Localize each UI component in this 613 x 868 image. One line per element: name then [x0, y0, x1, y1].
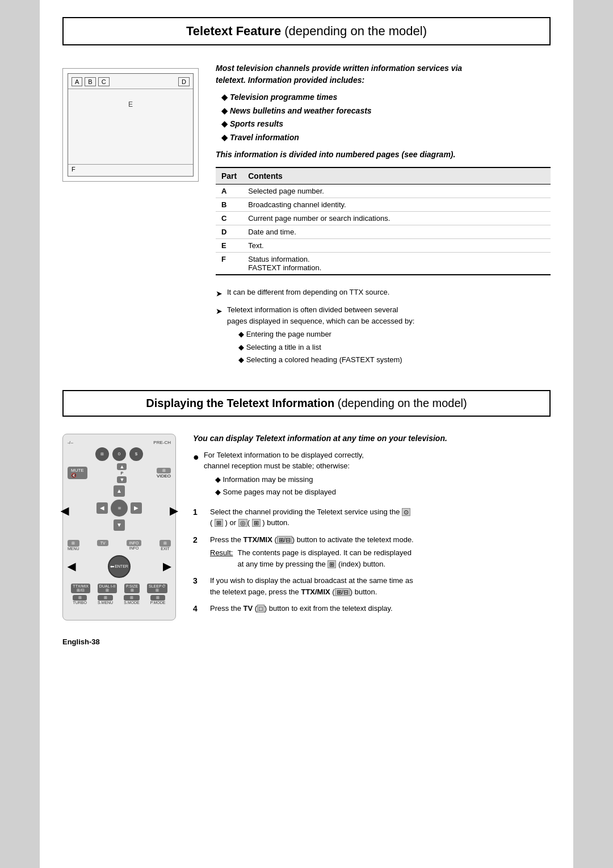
table-cell-content-d: Date and time. — [242, 225, 551, 239]
step2-icon: ⊞/⊟ — [277, 536, 292, 544]
step1-icon4: ⊞ — [252, 519, 261, 527]
note-text-2-container: Teletext information is often divided be… — [227, 304, 414, 367]
table-cell-content-a: Selected page number. — [242, 184, 551, 198]
remote-pv-row: MUTE🔇 ▲ P ▼ ⊞ VIDEO — [68, 463, 171, 483]
remote-dpad-up[interactable]: ▲ — [114, 485, 125, 497]
section1-notes: ➤ It can be different from depending on … — [216, 287, 551, 367]
remote-smenu-btn[interactable]: ⊞ — [98, 595, 113, 601]
remote-ttx-btn[interactable]: TTX/MIX⊞/⊟ — [71, 584, 90, 593]
table-cell-part-f: F — [216, 253, 242, 275]
step-num-3: 3 — [193, 575, 202, 597]
remote-btn-icon1[interactable]: ⊞ — [95, 447, 109, 461]
remote-enter-row: ◀ ⬅ENTER ▶ — [68, 553, 171, 580]
tv-label-f: F — [72, 166, 75, 173]
section2-title-rest: (depending on the model) — [334, 397, 467, 409]
step-num-2: 2 — [193, 534, 202, 570]
remote-video-label: ⊞ VIDEO — [157, 468, 171, 479]
remote-p-text: P — [117, 471, 127, 475]
remote-tv-btn[interactable]: TV — [97, 540, 108, 546]
table-cell-part-e: E — [216, 239, 242, 253]
step-3: 3 If you wish to display the actual broa… — [193, 575, 551, 597]
remote-bottom-row: TTX/MIX⊞/⊟ DUAL I-II⊞ P.SIZE⊞ SLEEP⏱⊞ — [68, 584, 171, 593]
section1-header: Teletext Feature (depending on the model… — [62, 17, 551, 45]
sub-bullets-list: Entering the page number Selecting a tit… — [227, 329, 414, 366]
step1-icon: ⊙ — [402, 508, 410, 516]
table-cell-content-e: Text. — [242, 239, 551, 253]
table-cell-part-d: D — [216, 225, 242, 239]
remote-btn-0[interactable]: 0 — [112, 447, 126, 461]
remote-smenu-label: ⊞ S.MENU — [98, 595, 113, 605]
remote-dual-btn[interactable]: DUAL I-II⊞ — [98, 584, 117, 593]
step3-ttx-label: TTX/MIX — [301, 588, 330, 596]
remote-turbo-label: ⊞ TURBO — [73, 595, 87, 605]
step1-icon3: ◎ — [238, 519, 247, 527]
tv-label-d: D — [178, 77, 190, 86]
step-content-4: Press the TV (□) button to exit from the… — [210, 603, 551, 615]
step2-index-icon: ⊞ — [328, 560, 336, 568]
tv-screen: A B C D E F — [68, 73, 194, 177]
remote-info-label: INFO INFO — [127, 540, 142, 551]
table-row: C Current page number or search indicati… — [216, 212, 551, 225]
remote-exit-label: ⊞ EXIT — [159, 540, 171, 551]
step-2: 2 Press the TTX/MIX (⊞/⊟) button to acti… — [193, 534, 551, 570]
remote-p-up[interactable]: ▲ — [117, 463, 127, 470]
result-text: The contents page is displayed. It can b… — [237, 547, 411, 569]
step1-icon2: ⊞ — [215, 519, 223, 527]
table-row: A Selected page number. — [216, 184, 551, 198]
result-line: Result: The contents page is displayed. … — [210, 547, 551, 569]
remote-footer: ⊞ TURBO ⊞ S.MENU ⊞ S.MODE ⊞ P.MODE — [68, 595, 171, 605]
remote-arrow-right: ▶ — [170, 505, 178, 517]
tv-label-b: B — [85, 77, 95, 86]
table-cell-content-c: Current page number or search indication… — [242, 212, 551, 225]
table-row: F Status information.FASTEXT information… — [216, 253, 551, 275]
note-box-content: For Teletext information to be displayed… — [204, 450, 551, 500]
step-num-1: 1 — [193, 506, 202, 529]
display-intro-text: You can display Teletext information at … — [193, 434, 551, 443]
note-item-1: ➤ It can be different from depending on … — [216, 287, 551, 300]
table-row: B Broadcasting channel identity. — [216, 198, 551, 212]
info-divided-text: This information is divided into numbere… — [216, 150, 551, 159]
remote-menu-btn[interactable]: ⊞ — [68, 540, 79, 547]
remote-turbo-btn[interactable]: ⊞ — [73, 595, 87, 601]
remote-diagram: -/-- PRE-CH ⊞ 0 $ MUTE🔇 ▲ P ▼ ⊞ VIDEO — [62, 434, 176, 621]
remote-psize-btn[interactable]: P.SIZE⊞ — [124, 584, 140, 593]
table-cell-part-b: B — [216, 198, 242, 212]
section2-title: Displaying the Teletext Information (dep… — [75, 397, 538, 410]
remote-enter-btn[interactable]: ⬅ENTER — [108, 555, 131, 578]
remote-dpad-center[interactable]: ⊞ — [111, 500, 128, 517]
arrow-icon: ➤ — [216, 288, 222, 300]
step2-ttx-label: TTX/MIX — [243, 535, 272, 544]
note-text-2: Teletext information is often divided be… — [227, 305, 414, 325]
section1-body: A B C D E F Most television channels pro… — [62, 62, 551, 373]
remote-dpad-left[interactable]: ◀ — [96, 502, 108, 514]
remote-smode-btn[interactable]: ⊞ — [124, 595, 140, 601]
remote-nav-left-arrow: ◀ — [68, 560, 75, 573]
remote-info-btn[interactable]: INFO — [127, 540, 142, 546]
step-content-1: Select the channel providing the Teletex… — [210, 506, 551, 529]
remote-dpad-right[interactable]: ▶ — [131, 502, 142, 514]
table-col2-header: Contents — [242, 167, 551, 184]
intro-line1: Most television channels provide written… — [216, 64, 462, 73]
remote-p-down[interactable]: ▼ — [117, 476, 127, 483]
remote-sleep-btn[interactable]: SLEEP⏱⊞ — [147, 584, 167, 593]
step-num-4: 4 — [193, 603, 202, 615]
remote-exit-btn[interactable]: ⊞ — [159, 540, 171, 547]
remote-dpad-down[interactable]: ▼ — [114, 519, 125, 531]
note-sub-bullets: Information may be missing Some pages ma… — [204, 474, 551, 498]
steps-list: 1 Select the channel providing the Telet… — [193, 506, 551, 615]
step-content-3: If you wish to display the actual broadc… — [210, 575, 551, 597]
note-text-line2: channel reception must be stable; otherw… — [204, 462, 350, 470]
remote-btn-s[interactable]: $ — [129, 447, 143, 461]
remote-pmode-btn[interactable]: ⊞ — [150, 595, 166, 601]
tv-screen-top: A B C D — [68, 74, 193, 89]
parts-table: Part Contents A Selected page number. B … — [216, 167, 551, 275]
table-cell-part-a: A — [216, 184, 242, 198]
section1-title-rest: (depending on the model) — [281, 24, 427, 38]
note-bullet-1: Information may be missing — [215, 474, 551, 485]
section1-intro: Most television channels provide written… — [216, 62, 551, 86]
remote-mute-btn[interactable]: MUTE🔇 — [68, 467, 87, 479]
remote-pmode-label: ⊞ P.MODE — [150, 595, 166, 605]
tv-diagram: A B C D E F — [62, 68, 199, 182]
result-label: Result: — [210, 547, 233, 569]
note-box: ● For Teletext information to be display… — [193, 450, 551, 500]
